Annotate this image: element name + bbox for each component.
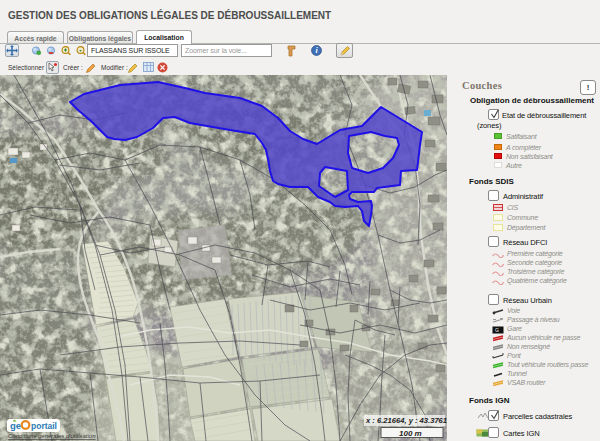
svg-text:G: G (495, 327, 499, 333)
svg-text:x : 6.21664, y : 43.37613: x : 6.21664, y : 43.37613 (365, 416, 447, 425)
svg-text:Conditions générales d'utilisa: Conditions générales d'utilisation (8, 433, 96, 439)
svg-text:ge: ge (10, 420, 21, 431)
svg-text:100 m: 100 m (399, 429, 422, 438)
svg-text:portail: portail (31, 421, 57, 431)
